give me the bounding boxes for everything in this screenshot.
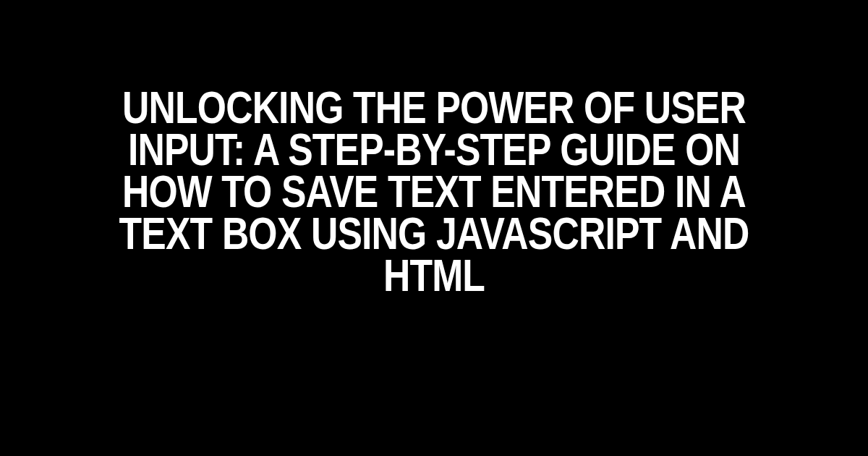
page-title: Unlocking the Power of User Input: A Ste… bbox=[78, 87, 790, 297]
